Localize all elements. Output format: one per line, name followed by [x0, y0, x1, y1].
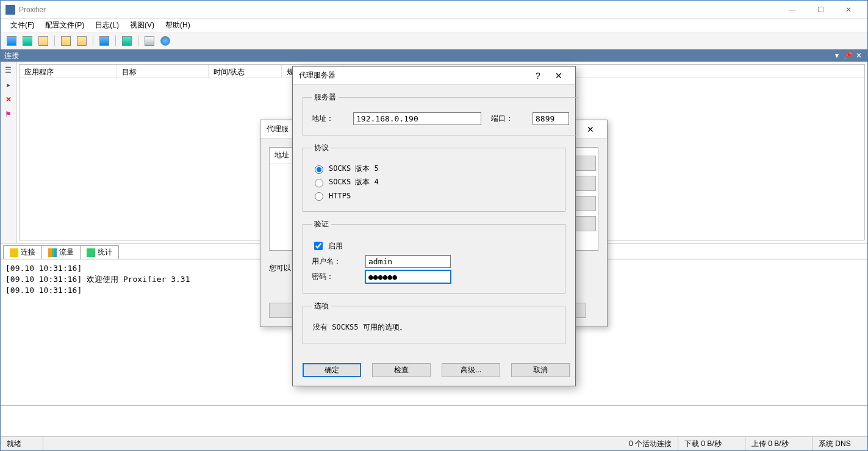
status-download: 下载 0 B/秒	[678, 437, 745, 450]
tab-stats[interactable]: 统计	[80, 245, 119, 259]
titlebar: Proxifier — ☐ ✕	[1, 1, 867, 19]
dns-icon	[38, 36, 48, 46]
tab-traffic-label: 流量	[59, 247, 74, 258]
protocol-radios: SOCKS 版本 5 SOCKS 版本 4 HTTPS	[312, 164, 556, 201]
close-button[interactable]: ✕	[834, 1, 863, 19]
col-application[interactable]: 应用程序	[20, 65, 117, 78]
status-ready: 就绪	[1, 437, 43, 450]
radio-socks5[interactable]: SOCKS 版本 5	[312, 164, 556, 174]
radio-https-input[interactable]	[315, 192, 323, 201]
toolbar-btn-3[interactable]	[36, 34, 51, 48]
auth-enable-checkbox[interactable]: 启用	[312, 240, 556, 252]
list-view-icon[interactable]: ☰	[2, 64, 15, 76]
dock-pin-icon[interactable]: 📌	[843, 51, 853, 60]
auth-enable-label: 启用	[328, 241, 343, 251]
toolbar-separator	[115, 35, 116, 46]
delete-x-icon[interactable]: ✕	[2, 93, 15, 106]
username-label: 用户名：	[312, 256, 348, 267]
col-target[interactable]: 目标	[117, 65, 209, 78]
radio-socks4-label: SOCKS 版本 4	[329, 177, 379, 187]
lock-open-icon	[61, 36, 71, 46]
proxy-server-settings-dialog: 代理服务器 ? ✕ 服务器 地址： 端口： 协议 SOCKS 版本 5	[292, 66, 576, 386]
radio-socks4[interactable]: SOCKS 版本 4	[312, 177, 556, 187]
dialog-buttons: 确定 检查 高级... 取消	[303, 363, 565, 377]
username-row: 用户名：	[312, 255, 556, 268]
help-icon	[160, 36, 170, 46]
dock-dropdown-icon[interactable]: ▾	[832, 51, 842, 60]
dock-header: 连接 ▾ 📌 ✕	[1, 49, 867, 62]
radio-socks5-input[interactable]	[315, 165, 323, 174]
advanced-button[interactable]: 高级...	[442, 363, 500, 377]
port-input[interactable]	[533, 112, 569, 125]
app-icon	[5, 5, 15, 15]
tab-stats-label: 统计	[98, 247, 112, 258]
menu-log[interactable]: 日志(L)	[90, 19, 124, 32]
dock-title: 连接	[4, 51, 19, 61]
tab-traffic[interactable]: 流量	[41, 245, 81, 259]
radio-socks5-label: SOCKS 版本 5	[329, 164, 379, 174]
auth-enable-input[interactable]	[314, 242, 323, 250]
radio-socks4-input[interactable]	[315, 179, 323, 187]
bg-dialog-title: 代理服	[267, 124, 289, 134]
lock-closed-icon	[77, 36, 87, 46]
toolbar-separator	[138, 35, 138, 46]
play-icon[interactable]: ▸	[2, 79, 15, 91]
toolbar-btn-1[interactable]	[4, 34, 19, 48]
menu-help[interactable]: 帮助(H)	[160, 19, 195, 32]
minimize-button[interactable]: —	[778, 1, 806, 19]
menu-file[interactable]: 文件(F)	[5, 19, 39, 32]
address-label: 地址：	[312, 114, 348, 124]
menubar: 文件(F) 配置文件(P) 日志(L) 视图(V) 帮助(H)	[1, 19, 867, 32]
col-time-status[interactable]: 时间/状态	[209, 65, 282, 78]
export-icon	[122, 36, 132, 46]
status-upload: 上传 0 B/秒	[745, 437, 812, 450]
password-input[interactable]	[365, 270, 451, 283]
status-active-connections: 0 个活动连接	[593, 437, 678, 450]
tab-connections[interactable]: 连接	[3, 245, 42, 259]
toolbar-btn-7[interactable]	[120, 34, 134, 48]
username-input[interactable]	[365, 255, 451, 268]
password-row: 密码：	[312, 270, 556, 283]
maximize-button[interactable]: ☐	[806, 1, 834, 19]
tab-connections-label: 连接	[21, 247, 35, 258]
auth-enable-row: 启用	[312, 240, 556, 252]
check-button[interactable]: 检查	[372, 363, 431, 377]
dialog-titlebar[interactable]: 代理服务器 ? ✕	[293, 67, 575, 85]
toolbar-btn-8[interactable]	[142, 34, 157, 48]
radio-https-label: HTTPS	[329, 192, 351, 200]
toolbar	[1, 32, 867, 49]
flag-icon[interactable]: ⚑	[2, 108, 15, 120]
toolbar-btn-9[interactable]	[158, 34, 173, 48]
auth-group-legend: 验证	[312, 219, 331, 229]
dialog-help-icon[interactable]: ?	[528, 67, 548, 84]
radio-https[interactable]: HTTPS	[312, 190, 556, 201]
server-row: 地址： 端口：	[312, 112, 569, 125]
menu-profile[interactable]: 配置文件(P)	[40, 19, 89, 32]
connections-tab-icon	[10, 248, 18, 257]
options-text: 没有 SOCKS5 可用的选项。	[312, 319, 556, 336]
password-label: 密码：	[312, 272, 348, 282]
menu-view[interactable]: 视图(V)	[125, 19, 159, 32]
dialog-close-icon[interactable]: ✕	[548, 67, 569, 84]
dialog-body: 服务器 地址： 端口： 协议 SOCKS 版本 5 SOCKS 版本 4	[293, 85, 575, 386]
ok-button[interactable]: 确定	[303, 363, 361, 377]
toolbar-btn-4[interactable]	[59, 34, 73, 48]
cancel-button[interactable]: 取消	[511, 363, 570, 377]
port-label: 端口：	[491, 114, 528, 124]
bg-dialog-close-icon[interactable]: ✕	[580, 121, 601, 138]
traffic-tab-icon	[48, 248, 57, 257]
auth-group: 验证 启用 用户名： 密码：	[303, 219, 565, 294]
toolbar-btn-2[interactable]	[20, 34, 35, 48]
toolbar-btn-5[interactable]	[74, 34, 89, 48]
toolbar-separator	[93, 35, 93, 46]
dock-close-icon[interactable]: ✕	[854, 51, 864, 60]
address-input[interactable]	[353, 112, 481, 125]
options-group-legend: 选项	[312, 301, 331, 311]
print-icon	[145, 36, 154, 46]
protocol-group-legend: 协议	[312, 143, 331, 153]
toolbar-btn-6[interactable]	[97, 34, 112, 48]
statusbar: 就绪 0 个活动连接 下载 0 B/秒 上传 0 B/秒 系统 DNS	[1, 436, 867, 450]
stats-tab-icon	[87, 248, 95, 257]
left-toolbar: ☰ ▸ ✕ ⚑	[1, 62, 16, 243]
options-group: 选项 没有 SOCKS5 可用的选项。	[303, 301, 565, 344]
